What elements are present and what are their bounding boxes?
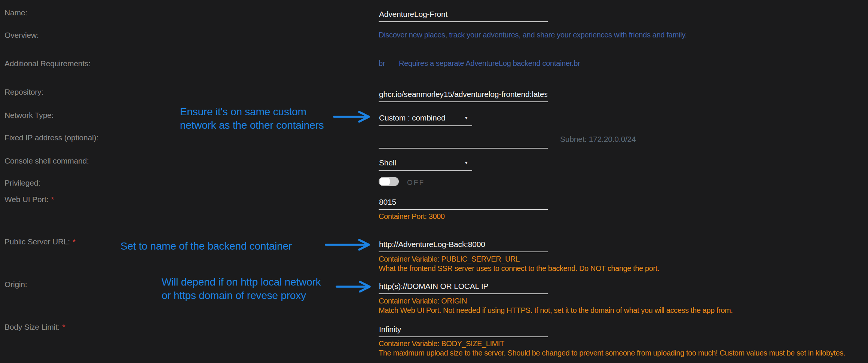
field-label-additional-requirements: Additional Requirements:: [4, 59, 91, 68]
field-label-console-shell: Console shell command:: [4, 156, 89, 165]
body-size-limit-description: The maximum upload size to the server. S…: [379, 349, 845, 357]
field-label-fixed-ip: Fixed IP address (optional):: [4, 133, 98, 142]
annotation-arrow-public-server-icon: [324, 238, 377, 251]
field-label-text: Name:: [4, 8, 27, 17]
required-asterisk: *: [73, 237, 76, 246]
field-label-body-size-limit: Body Size Limit:*: [4, 323, 65, 332]
origin-input[interactable]: [379, 280, 548, 294]
annotation-origin: Will depend if on http local network or …: [162, 275, 321, 302]
annotation-arrow-origin-icon: [335, 280, 378, 293]
repository-input[interactable]: [379, 88, 548, 102]
additional-requirements-prefix: br: [379, 59, 385, 68]
field-label-text: Network Type:: [4, 111, 54, 119]
field-label-origin: Origin:: [4, 280, 27, 289]
public-server-url-description: What the frontend SSR server uses to con…: [379, 264, 659, 273]
container-settings-form: Name: Overview: Discover new places, tra…: [0, 0, 868, 363]
annotation-arrow-network-icon: [332, 110, 377, 123]
field-label-web-ui-port: Web UI Port:*: [4, 195, 54, 204]
origin-variable: Container Variable: ORIGIN: [379, 297, 467, 305]
field-label-text: Fixed IP address (optional):: [4, 133, 98, 142]
fixed-ip-input[interactable]: [379, 135, 548, 149]
required-asterisk: *: [51, 195, 54, 204]
annotation-public-server-url: Set to name of the backend container: [120, 240, 292, 253]
annotation-line: Set to name of the backend container: [120, 240, 292, 253]
annotation-line: Ensure it's on same custom: [180, 105, 324, 119]
origin-description: Match Web UI Port. Not needed if using H…: [379, 306, 733, 315]
annotation-network-type: Ensure it's on same custom network as th…: [180, 105, 324, 132]
field-label-network-type: Network Type:: [4, 111, 54, 120]
field-label-text: Additional Requirements:: [4, 59, 91, 68]
name-input[interactable]: [379, 8, 548, 22]
body-size-limit-input[interactable]: [379, 323, 548, 337]
public-server-url-input[interactable]: [379, 238, 548, 252]
privileged-toggle[interactable]: [379, 177, 399, 186]
annotation-line: or https domain of revese proxy: [162, 289, 321, 302]
annotation-line: Will depend if on http local network: [162, 275, 321, 289]
additional-requirements-text: Requires a separate AdventureLog backend…: [399, 59, 580, 68]
field-label-privileged: Privileged:: [4, 179, 40, 187]
toggle-knob-icon: [380, 178, 390, 185]
field-label-text: Web UI Port:: [4, 195, 48, 204]
overview-description: Discover new places, track your adventur…: [379, 31, 687, 39]
web-ui-port-input[interactable]: [379, 196, 548, 210]
field-label-overview: Overview:: [4, 31, 39, 40]
field-label-name: Name:: [4, 8, 27, 17]
field-label-public-server-url: Public Server URL:*: [4, 237, 76, 246]
network-type-value: Custom : combined: [379, 113, 446, 122]
field-label-text: Repository:: [4, 88, 43, 96]
console-shell-select[interactable]: Shell ▼: [379, 157, 472, 171]
field-label-text: Overview:: [4, 31, 39, 39]
console-shell-value: Shell: [379, 158, 396, 167]
subnet-note: Subnet: 172.20.0.0/24: [560, 135, 636, 144]
chevron-down-icon: ▼: [464, 115, 468, 121]
network-type-select[interactable]: Custom : combined ▼: [379, 112, 472, 126]
field-label-repository: Repository:: [4, 88, 43, 97]
annotation-line: network as the other containers: [180, 119, 324, 132]
web-ui-port-help: Container Port: 3000: [379, 212, 445, 221]
body-size-limit-variable: Container Variable: BODY_SIZE_LIMIT: [379, 339, 504, 348]
field-label-text: Body Size Limit:: [4, 323, 59, 331]
public-server-url-variable: Container Variable: PUBLIC_SERVER_URL: [379, 255, 520, 263]
field-label-text: Origin:: [4, 280, 27, 289]
privileged-toggle-state: OFF: [407, 179, 425, 187]
field-label-text: Privileged:: [4, 179, 40, 187]
required-asterisk: *: [62, 323, 65, 331]
field-label-text: Console shell command:: [4, 156, 89, 165]
field-label-text: Public Server URL:: [4, 237, 70, 246]
chevron-down-icon: ▼: [464, 160, 468, 165]
